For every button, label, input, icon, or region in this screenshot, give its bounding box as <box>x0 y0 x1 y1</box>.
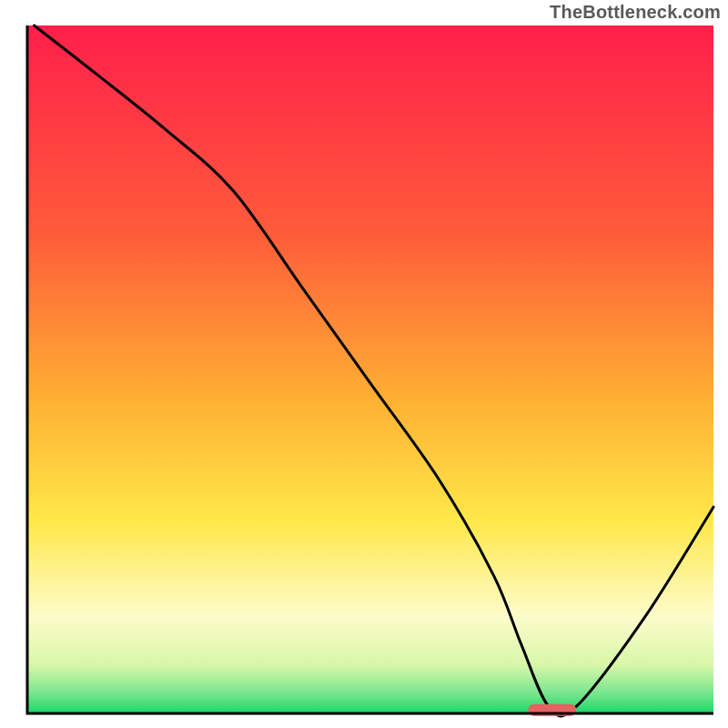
chart-svg <box>0 0 728 728</box>
watermark-text: TheBottleneck.com <box>550 2 721 23</box>
gradient-background <box>27 25 713 713</box>
bottleneck-chart <box>0 0 728 728</box>
